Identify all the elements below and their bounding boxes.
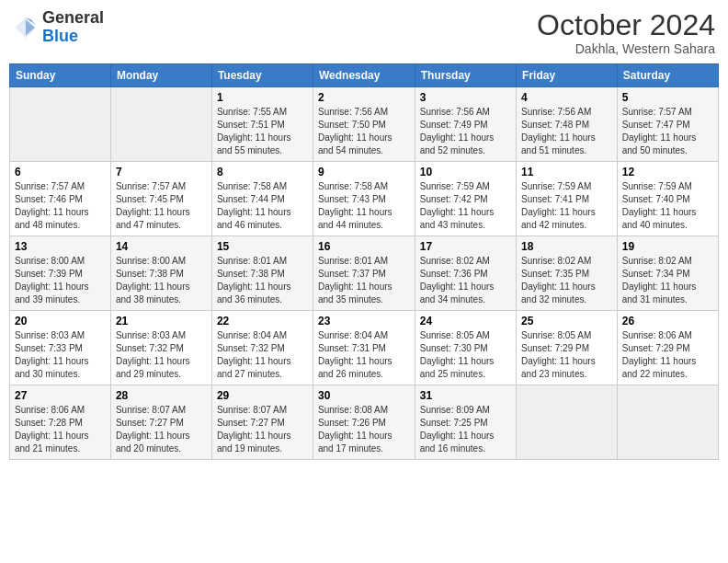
- calendar-cell: 22Sunrise: 8:04 AMSunset: 7:32 PMDayligh…: [211, 311, 313, 385]
- day-info: Sunrise: 7:56 AMSunset: 7:49 PMDaylight:…: [420, 106, 511, 157]
- day-number: 29: [217, 389, 308, 402]
- day-number: 5: [622, 91, 713, 104]
- day-info: Sunrise: 8:07 AMSunset: 7:27 PMDaylight:…: [217, 404, 308, 455]
- day-info: Sunrise: 8:03 AMSunset: 7:32 PMDaylight:…: [116, 329, 207, 381]
- day-number: 15: [217, 240, 308, 253]
- calendar-cell: 19Sunrise: 8:02 AMSunset: 7:34 PMDayligh…: [617, 236, 718, 311]
- day-info: Sunrise: 7:56 AMSunset: 7:50 PMDaylight:…: [318, 106, 410, 157]
- day-info: Sunrise: 8:04 AMSunset: 7:32 PMDaylight:…: [217, 329, 308, 381]
- title-area: October 2024 Dakhla, Western Sahara: [537, 9, 715, 56]
- day-info: Sunrise: 8:07 AMSunset: 7:27 PMDaylight:…: [116, 404, 207, 455]
- month-title: October 2024: [537, 9, 715, 41]
- day-info: Sunrise: 8:02 AMSunset: 7:36 PMDaylight:…: [420, 255, 511, 306]
- calendar-cell: 25Sunrise: 8:05 AMSunset: 7:29 PMDayligh…: [517, 311, 618, 385]
- day-number: 20: [15, 315, 106, 327]
- calendar-table: SundayMondayTuesdayWednesdayThursdayFrid…: [9, 63, 719, 460]
- logo: General Blue: [13, 9, 104, 46]
- page-header: General Blue October 2024 Dakhla, Wester…: [9, 9, 719, 56]
- logo-icon: [13, 15, 39, 40]
- calendar-cell: 2Sunrise: 7:56 AMSunset: 7:50 PMDaylight…: [313, 87, 415, 162]
- day-info: Sunrise: 7:56 AMSunset: 7:48 PMDaylight:…: [521, 106, 612, 157]
- logo-blue-text: Blue: [42, 27, 78, 45]
- day-info: Sunrise: 8:06 AMSunset: 7:29 PMDaylight:…: [622, 329, 713, 381]
- day-number: 3: [420, 91, 511, 104]
- calendar-cell: 8Sunrise: 7:58 AMSunset: 7:44 PMDaylight…: [211, 162, 313, 236]
- day-info: Sunrise: 7:57 AMSunset: 7:47 PMDaylight:…: [622, 106, 713, 157]
- day-number: 19: [622, 240, 713, 253]
- calendar-week-row: 27Sunrise: 8:06 AMSunset: 7:28 PMDayligh…: [10, 385, 719, 460]
- calendar-cell: 6Sunrise: 7:57 AMSunset: 7:46 PMDaylight…: [10, 162, 111, 236]
- calendar-week-row: 1Sunrise: 7:55 AMSunset: 7:51 PMDaylight…: [10, 87, 719, 162]
- day-number: 7: [116, 166, 207, 178]
- calendar-cell: [10, 87, 111, 162]
- calendar-cell: [110, 87, 211, 162]
- day-info: Sunrise: 8:08 AMSunset: 7:26 PMDaylight:…: [318, 404, 410, 455]
- calendar-cell: 4Sunrise: 7:56 AMSunset: 7:48 PMDaylight…: [517, 87, 618, 162]
- calendar-cell: 26Sunrise: 8:06 AMSunset: 7:29 PMDayligh…: [617, 311, 718, 385]
- calendar-cell: 17Sunrise: 8:02 AMSunset: 7:36 PMDayligh…: [415, 236, 516, 311]
- day-number: 1: [217, 91, 308, 104]
- day-info: Sunrise: 8:02 AMSunset: 7:34 PMDaylight:…: [622, 255, 713, 306]
- day-info: Sunrise: 8:01 AMSunset: 7:37 PMDaylight:…: [318, 255, 410, 306]
- day-number: 22: [217, 315, 308, 327]
- day-number: 31: [420, 389, 511, 402]
- calendar-week-row: 20Sunrise: 8:03 AMSunset: 7:33 PMDayligh…: [10, 311, 719, 385]
- day-number: 11: [521, 166, 612, 178]
- day-header-sunday: Sunday: [10, 64, 111, 87]
- day-info: Sunrise: 8:01 AMSunset: 7:38 PMDaylight:…: [217, 255, 308, 306]
- day-info: Sunrise: 8:05 AMSunset: 7:30 PMDaylight:…: [420, 329, 511, 381]
- day-info: Sunrise: 8:04 AMSunset: 7:31 PMDaylight:…: [318, 329, 410, 381]
- calendar-cell: 27Sunrise: 8:06 AMSunset: 7:28 PMDayligh…: [10, 385, 111, 460]
- day-number: 10: [420, 166, 511, 178]
- calendar-cell: 21Sunrise: 8:03 AMSunset: 7:32 PMDayligh…: [110, 311, 211, 385]
- day-info: Sunrise: 7:55 AMSunset: 7:51 PMDaylight:…: [217, 106, 308, 157]
- day-header-thursday: Thursday: [415, 64, 516, 87]
- day-number: 24: [420, 315, 511, 327]
- day-number: 8: [217, 166, 308, 178]
- calendar-cell: 30Sunrise: 8:08 AMSunset: 7:26 PMDayligh…: [313, 385, 415, 460]
- calendar-cell: 9Sunrise: 7:58 AMSunset: 7:43 PMDaylight…: [313, 162, 415, 236]
- day-number: 18: [521, 240, 612, 253]
- day-header-monday: Monday: [110, 64, 211, 87]
- day-header-wednesday: Wednesday: [313, 64, 415, 87]
- calendar-cell: 10Sunrise: 7:59 AMSunset: 7:42 PMDayligh…: [415, 162, 516, 236]
- logo-text: General Blue: [42, 9, 104, 46]
- calendar-cell: 5Sunrise: 7:57 AMSunset: 7:47 PMDaylight…: [617, 87, 718, 162]
- day-number: 28: [116, 389, 207, 402]
- day-info: Sunrise: 7:59 AMSunset: 7:40 PMDaylight:…: [622, 180, 713, 232]
- calendar-cell: 15Sunrise: 8:01 AMSunset: 7:38 PMDayligh…: [211, 236, 313, 311]
- calendar-cell: 23Sunrise: 8:04 AMSunset: 7:31 PMDayligh…: [313, 311, 415, 385]
- day-number: 4: [521, 91, 612, 104]
- day-info: Sunrise: 7:57 AMSunset: 7:46 PMDaylight:…: [15, 180, 106, 232]
- day-number: 14: [116, 240, 207, 253]
- day-info: Sunrise: 8:02 AMSunset: 7:35 PMDaylight:…: [521, 255, 612, 306]
- day-number: 17: [420, 240, 511, 253]
- calendar-cell: 7Sunrise: 7:57 AMSunset: 7:45 PMDaylight…: [110, 162, 211, 236]
- calendar-cell: 28Sunrise: 8:07 AMSunset: 7:27 PMDayligh…: [110, 385, 211, 460]
- calendar-cell: 12Sunrise: 7:59 AMSunset: 7:40 PMDayligh…: [617, 162, 718, 236]
- day-number: 26: [622, 315, 713, 327]
- day-info: Sunrise: 7:59 AMSunset: 7:41 PMDaylight:…: [521, 180, 612, 232]
- day-number: 23: [318, 315, 410, 327]
- calendar-cell: 3Sunrise: 7:56 AMSunset: 7:49 PMDaylight…: [415, 87, 516, 162]
- calendar-cell: 14Sunrise: 8:00 AMSunset: 7:38 PMDayligh…: [110, 236, 211, 311]
- day-number: 13: [15, 240, 106, 253]
- calendar-cell: [617, 385, 718, 460]
- calendar-cell: 31Sunrise: 8:09 AMSunset: 7:25 PMDayligh…: [415, 385, 516, 460]
- day-number: 16: [318, 240, 410, 253]
- calendar-header-row: SundayMondayTuesdayWednesdayThursdayFrid…: [10, 64, 719, 87]
- day-number: 21: [116, 315, 207, 327]
- calendar-cell: 24Sunrise: 8:05 AMSunset: 7:30 PMDayligh…: [415, 311, 516, 385]
- day-header-tuesday: Tuesday: [211, 64, 313, 87]
- day-info: Sunrise: 7:59 AMSunset: 7:42 PMDaylight:…: [420, 180, 511, 232]
- day-number: 25: [521, 315, 612, 327]
- day-number: 6: [15, 166, 106, 178]
- day-number: 2: [318, 91, 410, 104]
- day-info: Sunrise: 8:00 AMSunset: 7:38 PMDaylight:…: [116, 255, 207, 306]
- calendar-cell: 16Sunrise: 8:01 AMSunset: 7:37 PMDayligh…: [313, 236, 415, 311]
- day-info: Sunrise: 7:57 AMSunset: 7:45 PMDaylight:…: [116, 180, 207, 232]
- calendar-week-row: 13Sunrise: 8:00 AMSunset: 7:39 PMDayligh…: [10, 236, 719, 311]
- day-info: Sunrise: 8:06 AMSunset: 7:28 PMDaylight:…: [15, 404, 106, 455]
- day-info: Sunrise: 8:05 AMSunset: 7:29 PMDaylight:…: [521, 329, 612, 381]
- day-number: 27: [15, 389, 106, 402]
